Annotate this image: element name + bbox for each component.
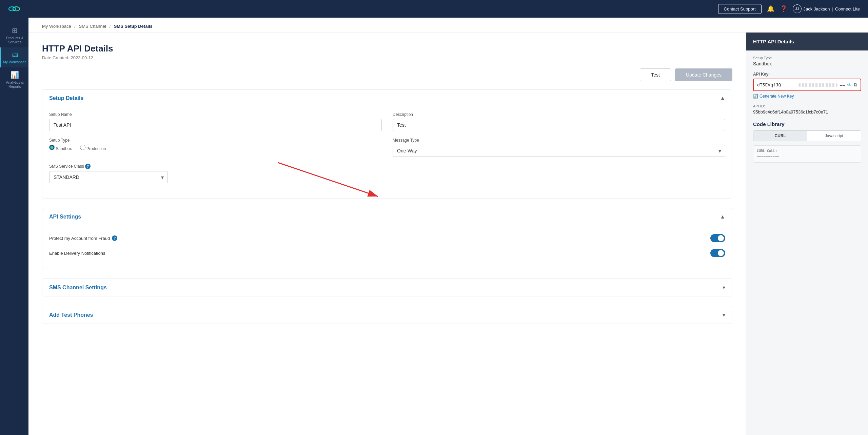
add-test-phones-title: Add Test Phones bbox=[49, 312, 93, 318]
sandbox-radio[interactable] bbox=[49, 145, 55, 150]
fraud-toggle-row: Protect my Account from Fraud ? bbox=[49, 231, 725, 246]
api-key-field: API Key: dT5EVqfJQ == 👁 ⧉ 🔄 Generate New… bbox=[753, 72, 861, 99]
name-desc-row: Setup Name Description bbox=[49, 112, 725, 131]
setup-type-info-value: Sandbox bbox=[753, 61, 861, 66]
sidebar-item-analytics[interactable]: 📊 Analytics & Reports bbox=[0, 67, 28, 92]
logo bbox=[8, 4, 20, 14]
api-settings-title: API Settings bbox=[49, 214, 81, 220]
sms-service-class-select[interactable]: STANDARD PREMIUM bbox=[49, 171, 168, 183]
add-test-phones-section: Add Test Phones ▾ bbox=[42, 306, 732, 324]
setup-details-title: Setup Details bbox=[49, 95, 83, 101]
type-row: Setup Type Sandbox Production bbox=[49, 138, 725, 157]
delivery-toggle[interactable] bbox=[710, 249, 725, 257]
production-label: Production bbox=[86, 146, 106, 151]
setup-type-label: Setup Type bbox=[49, 138, 382, 143]
message-type-label: Message Type bbox=[393, 138, 725, 143]
chart-icon: 📊 bbox=[11, 71, 19, 79]
sms-service-class-select-wrapper: STANDARD PREMIUM bbox=[49, 171, 168, 183]
help-circle-icon[interactable]: ❓ bbox=[780, 5, 787, 13]
production-radio[interactable] bbox=[80, 145, 85, 150]
fraud-help-icon[interactable]: ? bbox=[112, 235, 117, 241]
api-key-label: API Key: bbox=[753, 72, 861, 77]
fraud-label: Protect my Account from Fraud bbox=[49, 236, 110, 241]
breadcrumb-sms-channel[interactable]: SMS Channel bbox=[79, 24, 106, 29]
message-type-select[interactable]: One-Way Two-Way bbox=[393, 145, 725, 157]
curl-divider: ========== bbox=[757, 154, 857, 159]
description-input[interactable] bbox=[393, 119, 725, 131]
grid-icon: ⊞ bbox=[12, 26, 18, 35]
content-area: HTTP API Details Date Created: 2023-09-1… bbox=[28, 33, 868, 435]
setup-name-label: Setup Name bbox=[49, 112, 382, 117]
sms-channel-settings-header[interactable]: SMS Channel Settings ▾ bbox=[42, 279, 732, 296]
sidebar-label-analytics: Analytics & Reports bbox=[2, 80, 27, 88]
setup-name-input[interactable] bbox=[49, 119, 382, 131]
code-library-title: Code Library bbox=[753, 121, 861, 127]
description-group: Description bbox=[393, 112, 725, 131]
fraud-toggle[interactable] bbox=[710, 234, 725, 242]
sms-channel-settings-title: SMS Channel Settings bbox=[49, 285, 107, 291]
contact-support-button[interactable]: Contact Support bbox=[718, 4, 762, 14]
breadcrumb-workspace[interactable]: My Workspace bbox=[42, 24, 71, 29]
radio-group: Sandbox Production bbox=[49, 145, 382, 153]
api-settings-chevron-icon: ▲ bbox=[720, 214, 725, 220]
setup-details-section: Setup Details ▲ Setup Name Description bbox=[42, 89, 732, 199]
sidebar-label-products: Products & Services bbox=[2, 36, 27, 44]
delivery-label: Enable Delivery Notifications bbox=[49, 251, 105, 256]
top-nav: Contact Support 🔔 ❓ JJ Jack Jackson | Co… bbox=[0, 0, 868, 18]
sandbox-radio-option[interactable]: Sandbox bbox=[49, 145, 72, 151]
setup-details-body: Setup Name Description Setup Type bbox=[42, 107, 732, 198]
curl-tab[interactable]: CURL bbox=[753, 131, 807, 141]
setup-details-header[interactable]: Setup Details ▲ bbox=[42, 90, 732, 107]
main-wrapper: My Workspace / SMS Channel / SMS Setup D… bbox=[28, 18, 868, 435]
sidebar-label-workspace: My Workspace bbox=[3, 60, 26, 64]
api-key-blur bbox=[798, 83, 838, 87]
setup-type-info: Setup Type Sandbox bbox=[753, 56, 861, 66]
page-subtitle: Date Created: 2023-09-12 bbox=[42, 55, 732, 60]
update-changes-button[interactable]: Update Changes bbox=[675, 68, 732, 81]
sms-service-class-help-icon[interactable]: ? bbox=[85, 164, 91, 169]
user-info: JJ Jack Jackson | Connect Lite bbox=[793, 4, 860, 13]
test-button[interactable]: Test bbox=[640, 68, 671, 81]
sidebar-item-products-services[interactable]: ⊞ Products & Services bbox=[0, 23, 28, 47]
delivery-toggle-row: Enable Delivery Notifications bbox=[49, 246, 725, 261]
page-title: HTTP API Details bbox=[42, 43, 732, 54]
production-radio-option[interactable]: Production bbox=[80, 145, 106, 151]
form-panel: HTTP API Details Date Created: 2023-09-1… bbox=[28, 33, 746, 435]
generate-new-key-button[interactable]: 🔄 Generate New Key bbox=[753, 94, 861, 99]
copy-icon[interactable]: ⧉ bbox=[854, 82, 857, 88]
api-key-prefix: dT5EVqfJQ bbox=[757, 82, 796, 87]
sidebar-item-my-workspace[interactable]: 🗂 My Workspace bbox=[0, 47, 28, 67]
code-block: CURL CALL: ========== bbox=[753, 145, 861, 163]
sms-channel-chevron-icon: ▾ bbox=[723, 284, 725, 291]
api-settings-header[interactable]: API Settings ▲ bbox=[42, 208, 732, 225]
api-id-label: API ID: bbox=[753, 104, 861, 108]
code-tabs: CURL Javascript bbox=[753, 130, 861, 141]
add-test-phones-header[interactable]: Add Test Phones ▾ bbox=[42, 306, 732, 324]
eye-icon[interactable]: 👁 bbox=[847, 82, 852, 88]
plan-name: Connect Lite bbox=[835, 6, 860, 12]
api-settings-body: Protect my Account from Fraud ? Enable D… bbox=[42, 225, 732, 269]
nav-right: Contact Support 🔔 ❓ JJ Jack Jackson | Co… bbox=[718, 4, 860, 14]
breadcrumb: My Workspace / SMS Channel / SMS Setup D… bbox=[28, 18, 868, 33]
setup-type-group: Setup Type Sandbox Production bbox=[49, 138, 382, 157]
sms-service-class-group: SMS Service Class ? STANDARD PREMIUM bbox=[49, 164, 168, 183]
refresh-icon: 🔄 bbox=[753, 94, 758, 99]
bell-icon[interactable]: 🔔 bbox=[767, 5, 774, 13]
right-panel-title: HTTP API Details bbox=[753, 39, 794, 44]
sms-channel-settings-section: SMS Channel Settings ▾ bbox=[42, 278, 732, 296]
service-class-row: SMS Service Class ? STANDARD PREMIUM bbox=[49, 164, 725, 183]
nav-left bbox=[8, 4, 20, 14]
add-test-phones-chevron-icon: ▾ bbox=[723, 312, 725, 318]
right-panel: HTTP API Details Setup Type Sandbox API … bbox=[746, 33, 868, 435]
right-panel-header: HTTP API Details bbox=[746, 33, 868, 50]
user-name: Jack Jackson bbox=[804, 6, 830, 12]
curl-call-label: CURL CALL: bbox=[757, 149, 857, 153]
javascript-tab[interactable]: Javascript bbox=[807, 131, 861, 141]
avatar: JJ bbox=[793, 4, 802, 13]
right-panel-body: Setup Type Sandbox API Key: dT5EVqfJQ ==… bbox=[746, 50, 868, 435]
fraud-label-group: Protect my Account from Fraud ? bbox=[49, 235, 117, 241]
chevron-up-icon: ▲ bbox=[720, 95, 725, 101]
setup-type-info-label: Setup Type bbox=[753, 56, 861, 60]
message-type-select-wrapper: One-Way Two-Way bbox=[393, 145, 725, 157]
api-key-equals: == bbox=[840, 82, 845, 87]
